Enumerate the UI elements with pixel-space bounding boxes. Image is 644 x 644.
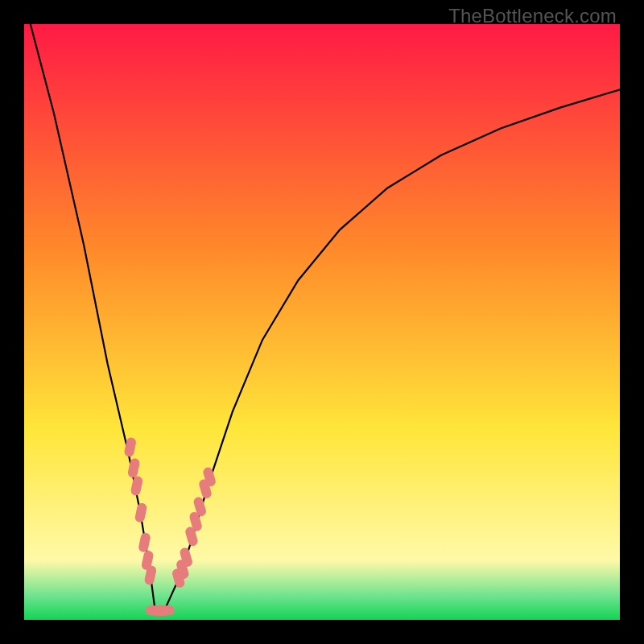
data-marker (134, 502, 148, 523)
watermark-text: TheBottleneck.com (448, 5, 617, 27)
curve-layer (24, 24, 620, 620)
data-marker (138, 532, 151, 553)
chart-frame: TheBottleneck.com (0, 0, 644, 644)
data-marker (130, 476, 143, 497)
plot-area (24, 24, 620, 620)
data-markers (123, 436, 217, 615)
bottleneck-curve (24, 24, 620, 611)
data-marker (155, 605, 175, 615)
